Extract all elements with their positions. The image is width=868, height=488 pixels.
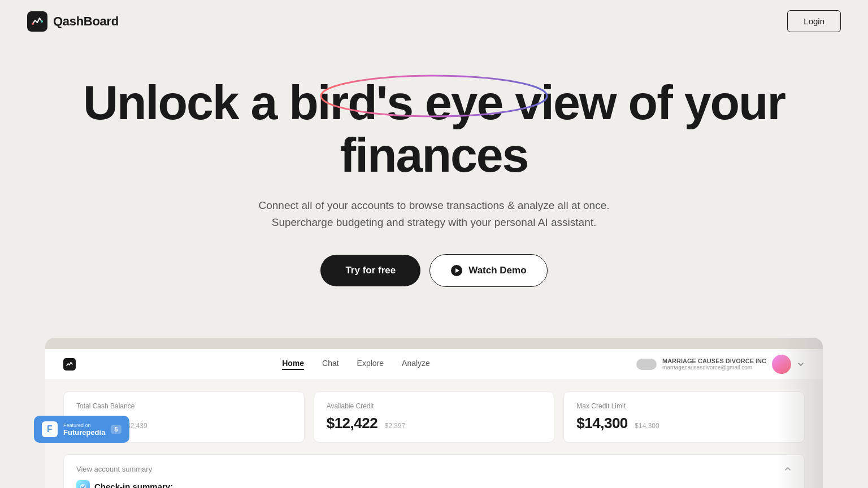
svg-point-1 — [32, 23, 34, 25]
svg-point-2 — [41, 20, 43, 23]
logo-text: QashBoard — [53, 14, 119, 29]
futurepedia-badge[interactable]: F Featured on Futurepedia 5 — [34, 416, 129, 443]
user-avatar — [772, 355, 791, 374]
preview-outer: Home Chat Explore Analyze MARRIAGE CAUSE… — [45, 338, 823, 488]
login-button[interactable]: Login — [787, 10, 841, 32]
logo-icon — [27, 11, 47, 32]
app-content: Total Cash Balance $5,702 $2,439 Availab… — [45, 380, 823, 488]
try-for-free-button[interactable]: Try for free — [320, 255, 420, 286]
stats-row: Total Cash Balance $5,702 $2,439 Availab… — [63, 391, 805, 443]
futurepedia-logo: F — [42, 421, 58, 437]
site-header: QashBoard Login — [0, 0, 868, 42]
headline-wrapper: Unlock a bird's eye view of your finance… — [83, 76, 785, 181]
nav-home[interactable]: Home — [282, 359, 304, 370]
stat-card-max-credit: Max Credit Limit $14,300 $14,300 — [563, 391, 805, 443]
checkin-header: View account summary — [76, 465, 792, 473]
app-nav-links: Home Chat Explore Analyze — [282, 359, 430, 370]
nav-chat[interactable]: Chat — [322, 359, 339, 370]
checkin-icon — [76, 480, 90, 488]
stat-card-credit: Available Credit $12,422 $2,397 — [314, 391, 555, 443]
hero-headline: Unlock a bird's eye view of your finance… — [83, 76, 785, 181]
app-nav-user: MARRIAGE CAUSES DIVORCE INC marriagecaus… — [636, 355, 805, 374]
hero-subtext: Connect all of your accounts to browse t… — [45, 197, 823, 232]
dashboard-preview: Home Chat Explore Analyze MARRIAGE CAUSE… — [0, 338, 868, 488]
app-navbar: Home Chat Explore Analyze MARRIAGE CAUSE… — [45, 349, 823, 380]
nav-explore[interactable]: Explore — [357, 359, 384, 370]
logo-area: QashBoard — [27, 11, 119, 32]
futurepedia-info: Featured on Futurepedia — [63, 422, 105, 437]
watch-demo-button[interactable]: Watch Demo — [429, 254, 547, 287]
chevron-down-icon — [797, 360, 805, 368]
checkin-title: Check-in summary: — [76, 480, 792, 488]
hero-section: Unlock a bird's eye view of your finance… — [0, 42, 868, 310]
chevron-up-icon — [784, 465, 792, 473]
play-icon — [450, 264, 463, 277]
checkin-card: View account summary Check-in summary: B… — [63, 454, 805, 488]
nav-analyze[interactable]: Analyze — [402, 359, 430, 370]
hero-buttons: Try for free Watch Demo — [45, 254, 823, 287]
app-nav-logo — [63, 358, 76, 371]
user-info: MARRIAGE CAUSES DIVORCE INC marriagecaus… — [662, 358, 766, 371]
theme-toggle[interactable] — [636, 359, 657, 370]
